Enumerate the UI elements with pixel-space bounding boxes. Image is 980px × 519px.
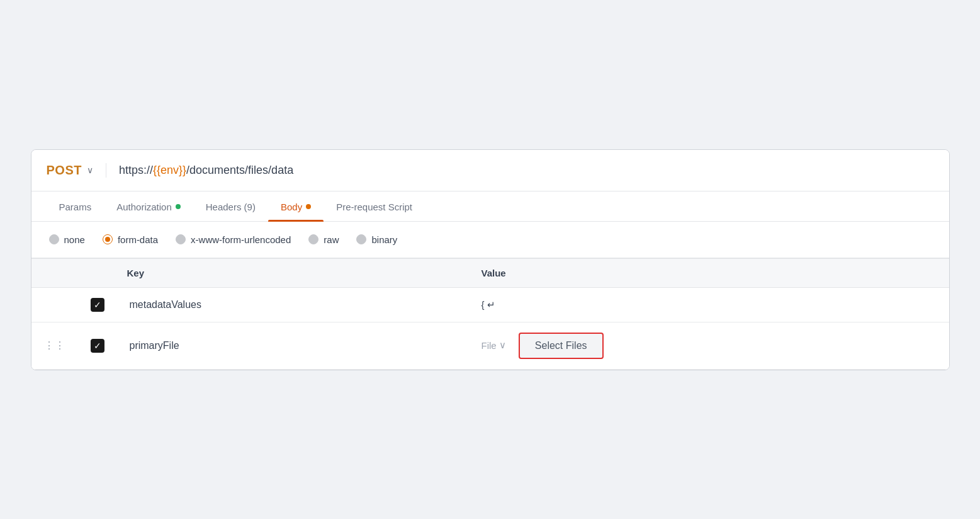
url-bar: POST ∨ https://{{env}}/documents/files/d…	[31, 150, 949, 191]
col-value-header: Value	[469, 258, 949, 287]
radio-none-label: none	[64, 234, 85, 245]
tab-headers-label: Headers (9)	[206, 202, 256, 212]
radio-binary-label: binary	[371, 234, 397, 245]
radio-binary[interactable]: binary	[356, 234, 397, 245]
tab-body-label: Body	[281, 202, 302, 212]
select-files-label: Select Files	[535, 340, 587, 351]
url-var: {{env}}	[153, 164, 186, 176]
checkmark-icon: ✓	[94, 300, 101, 310]
row1-value: { ↵	[482, 299, 495, 310]
tab-params[interactable]: Params	[47, 191, 104, 221]
file-type-dropdown[interactable]: File ∨	[482, 339, 506, 351]
radio-urlencoded-label: x-www-form-urlencoded	[191, 234, 291, 245]
drag-handle[interactable]: ⋮⋮	[31, 322, 78, 369]
tab-authorization[interactable]: Authorization	[104, 191, 193, 221]
row2-checkbox[interactable]: ✓	[91, 339, 104, 353]
radio-raw-label: raw	[324, 234, 339, 245]
radio-form-data-label: form-data	[118, 234, 158, 245]
tab-params-label: Params	[59, 202, 92, 212]
file-type-label: File	[482, 340, 497, 351]
url-input[interactable]: https://{{env}}/documents/files/data	[106, 161, 934, 180]
col-key-header: Key	[117, 258, 469, 287]
tabs-bar: Params Authorization Headers (9) Body Pr…	[31, 191, 949, 222]
tab-pre-request-label: Pre-request Script	[336, 202, 412, 212]
checkmark-icon: ✓	[94, 341, 101, 351]
tab-body[interactable]: Body	[268, 191, 324, 221]
row2-value-cell: File ∨ Select Files	[469, 322, 949, 369]
row2-key-cell: primaryFile	[117, 322, 469, 369]
radio-none-circle	[49, 234, 59, 244]
postman-card: POST ∨ https://{{env}}/documents/files/d…	[31, 149, 950, 370]
row1-checkbox-cell[interactable]: ✓	[78, 287, 117, 322]
http-method-label: POST	[47, 163, 82, 178]
radio-form-data[interactable]: form-data	[103, 234, 158, 245]
method-selector[interactable]: POST ∨	[47, 163, 106, 178]
body-type-bar: none form-data x-www-form-urlencoded raw…	[31, 222, 949, 258]
radio-raw[interactable]: raw	[308, 234, 339, 245]
row2-checkbox-cell[interactable]: ✓	[78, 322, 117, 369]
url-suffix: /documents/files/data	[186, 164, 293, 176]
row1-value-cell[interactable]: { ↵	[469, 287, 949, 322]
table-row: ✓ metadataValues { ↵	[31, 287, 949, 322]
radio-binary-circle	[356, 234, 366, 244]
select-files-button[interactable]: Select Files	[519, 333, 604, 359]
radio-raw-circle	[308, 234, 318, 244]
radio-urlencoded[interactable]: x-www-form-urlencoded	[176, 234, 291, 245]
col-check-header	[78, 258, 117, 287]
table-row: ⋮⋮ ✓ primaryFile File ∨ Select Fi	[31, 322, 949, 369]
authorization-dot	[176, 204, 181, 209]
row2-key: primaryFile	[130, 340, 179, 351]
radio-none[interactable]: none	[49, 234, 85, 245]
radio-form-data-circle	[103, 234, 113, 244]
row1-key-cell: metadataValues	[117, 287, 469, 322]
body-dot	[306, 204, 311, 209]
file-type-chevron-icon: ∨	[499, 339, 506, 351]
drag-dots-icon: ⋮⋮	[44, 340, 65, 351]
drag-handle-empty	[31, 287, 78, 322]
row1-key: metadataValues	[130, 299, 201, 310]
row1-checkbox[interactable]: ✓	[91, 298, 104, 312]
radio-urlencoded-circle	[176, 234, 186, 244]
url-prefix: https://	[119, 164, 153, 176]
form-data-table: Key Value ✓ metadataValues { ↵	[31, 258, 949, 370]
method-chevron-icon: ∨	[87, 165, 93, 175]
tab-headers[interactable]: Headers (9)	[193, 191, 268, 221]
tab-pre-request[interactable]: Pre-request Script	[324, 191, 425, 221]
col-drag-header	[31, 258, 78, 287]
tab-authorization-label: Authorization	[116, 202, 172, 212]
